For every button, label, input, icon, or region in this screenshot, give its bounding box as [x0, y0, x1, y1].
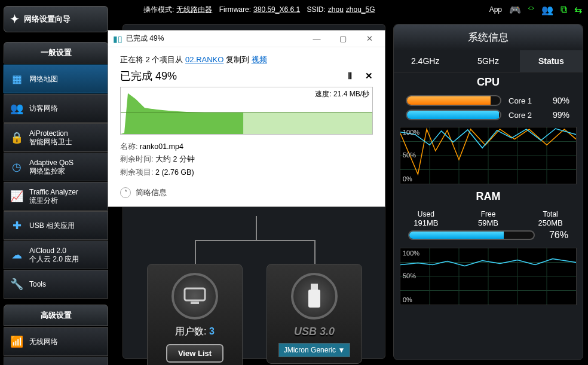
- signal-icon: 📶: [10, 335, 23, 348]
- firmware-link[interactable]: 380.59_X6.6.1: [253, 5, 300, 14]
- wifi-icon[interactable]: ⌔: [528, 4, 534, 15]
- mode-link[interactable]: 无线路由器: [176, 5, 212, 15]
- dialog-titlebar[interactable]: ▮▯ 已完成 49% — ▢ ✕: [108, 31, 385, 47]
- svg-marker-21: [243, 112, 372, 134]
- sidebar-item-label: Tools: [29, 280, 46, 288]
- usb-drive-icon: [291, 273, 338, 320]
- sidebar-item-traffic-analyzer[interactable]: 📈 Traffic Analyzer流里分析: [4, 182, 108, 211]
- file-copy-dialog: ▮▯ 已完成 49% — ▢ ✕ 正在将 2 个项目从 02.RANKO 复制到…: [108, 30, 385, 207]
- copy-progress-icon: ▮▯: [113, 34, 122, 44]
- cancel-button[interactable]: ✕: [365, 71, 373, 81]
- wizard-label: 网络设置向导: [24, 14, 71, 25]
- cpu-history-chart: 100% 50% 0%: [400, 127, 577, 184]
- sidebar: 一般设置 ▦ 网络地图 👥 访客网络 🔒 AiProtection智能网络卫士 …: [4, 42, 108, 365]
- speed-chart: 速度: 21.4 MB/秒: [120, 87, 373, 135]
- cpu-heading: CPU: [394, 72, 583, 93]
- wizard-button[interactable]: ✦ 网络设置向导: [4, 6, 108, 32]
- monitor-icon: [172, 273, 218, 320]
- usb-icon[interactable]: ⇆: [574, 4, 582, 16]
- clients-label: 用户数: 3: [148, 326, 242, 338]
- users-icon[interactable]: 👥: [541, 4, 553, 16]
- svg-marker-20: [121, 93, 243, 134]
- firmware-label: Firmware:: [219, 5, 251, 14]
- sidebar-item-label: USB 相关应用: [29, 221, 75, 230]
- sidebar-item-label: AiCloud 2.0个人云 2.0 应用: [29, 247, 79, 264]
- sidebar-section-advanced: 高级设置: [4, 305, 108, 326]
- topology-connector: [123, 216, 385, 264]
- svg-rect-3: [308, 290, 320, 308]
- tab-24ghz[interactable]: 2.4GHz: [394, 50, 457, 72]
- pause-button[interactable]: Ⅱ: [348, 71, 352, 81]
- dialog-title: 已完成 49%: [126, 34, 164, 44]
- sidebar-item-label: 无线网络: [29, 337, 58, 346]
- sidebar-item-aicloud[interactable]: ☁ AiCloud 2.0个人云 2.0 应用: [4, 241, 108, 269]
- sidebar-item-aiprotection[interactable]: 🔒 AiProtection智能网络卫士: [4, 123, 108, 152]
- chart-icon: 📈: [10, 190, 23, 203]
- lock-icon: 🔒: [10, 131, 23, 144]
- svg-rect-0: [185, 288, 205, 300]
- ram-history-chart: 100% 50% 0%: [400, 248, 577, 305]
- dest-link[interactable]: 视频: [252, 55, 267, 64]
- minimize-button[interactable]: —: [304, 34, 330, 43]
- sidebar-item-label: 访客网络: [29, 104, 58, 112]
- sidebar-item-label: 网络地图: [29, 75, 58, 83]
- ram-pct: 76%: [549, 230, 568, 241]
- ssid-label: SSID:: [307, 5, 325, 14]
- maximize-button[interactable]: ▢: [330, 34, 356, 43]
- usb-device-select[interactable]: JMicron Generic ▼: [278, 343, 351, 357]
- wrench-icon: 🔧: [10, 278, 23, 291]
- sidebar-section-general: 一般设置: [4, 42, 108, 63]
- gamepad-icon[interactable]: 🎮: [509, 4, 521, 16]
- usb-label: USB 3.0: [267, 326, 362, 338]
- close-button[interactable]: ✕: [356, 34, 382, 43]
- tab-5ghz[interactable]: 5GHz: [457, 50, 519, 72]
- copy-summary-line: 正在将 2 个项目从 02.RANKO 复制到 视频: [120, 54, 373, 65]
- puzzle-icon: ✚: [10, 219, 23, 232]
- sidebar-item-label: Adaptive QoS网络监控家: [29, 159, 74, 176]
- svg-rect-2: [311, 284, 318, 290]
- sidebar-item-wireless[interactable]: 📶 无线网络: [4, 327, 108, 356]
- ssid-2-link[interactable]: zhou_5G: [346, 5, 375, 14]
- source-link[interactable]: 02.RANKO: [185, 55, 223, 64]
- sysinfo-tabs: 2.4GHz 5GHz Status: [394, 50, 583, 72]
- ram-bar: [408, 230, 535, 240]
- ram-stats: Used191MB Free59MB Total250MB: [394, 208, 583, 230]
- tab-status[interactable]: Status: [520, 50, 583, 72]
- usb-card[interactable]: USB 3.0 JMicron Generic ▼: [267, 264, 362, 364]
- copy-details: 名称: ranko01.mp4 剩余时间: 大约 2 分钟 剩余项目: 2 (2…: [120, 141, 373, 179]
- core1-row: Core 1 90%: [394, 93, 583, 108]
- sidebar-item-label: AiProtection智能网络卫士: [29, 129, 72, 147]
- system-info-title: 系统信息: [394, 25, 583, 50]
- guest-icon: 👥: [10, 102, 23, 115]
- sidebar-item-lan[interactable]: ⌂ 内部网络 (LAN): [4, 357, 108, 365]
- wand-icon: ✦: [10, 13, 19, 26]
- ssid-1-link[interactable]: zhou: [328, 5, 344, 14]
- core2-row: Core 2 99%: [394, 108, 583, 122]
- view-list-button[interactable]: View List: [166, 344, 223, 363]
- network-map-icon: ▦: [10, 72, 23, 86]
- clients-card[interactable]: 用户数: 3 View List: [147, 264, 243, 365]
- ethernet-icon[interactable]: ⧉: [561, 4, 567, 15]
- cloud-icon: ☁: [10, 248, 23, 261]
- svg-rect-1: [191, 302, 199, 304]
- sidebar-item-usb[interactable]: ✚ USB 相关应用: [4, 211, 108, 240]
- gauge-icon: ◷: [10, 160, 23, 174]
- sidebar-item-adaptive-qos[interactable]: ◷ Adaptive QoS网络监控家: [4, 153, 108, 181]
- fewer-details-button[interactable]: ˄ 简略信息: [120, 187, 373, 198]
- sidebar-item-network-map[interactable]: ▦ 网络地图: [4, 65, 108, 93]
- mode-label: 操作模式:: [143, 5, 174, 15]
- system-info-panel: 系统信息 2.4GHz 5GHz Status CPU Core 1 90% C…: [393, 24, 583, 360]
- ram-heading: RAM: [394, 187, 583, 208]
- app-label[interactable]: App: [489, 5, 502, 14]
- sidebar-item-label: Traffic Analyzer流里分析: [29, 188, 78, 205]
- sidebar-item-guest-network[interactable]: 👥 访客网络: [4, 94, 108, 123]
- progress-heading: 已完成 49%: [120, 69, 177, 83]
- sidebar-item-tools[interactable]: 🔧 Tools: [4, 270, 108, 299]
- chevron-up-icon: ˄: [120, 187, 131, 198]
